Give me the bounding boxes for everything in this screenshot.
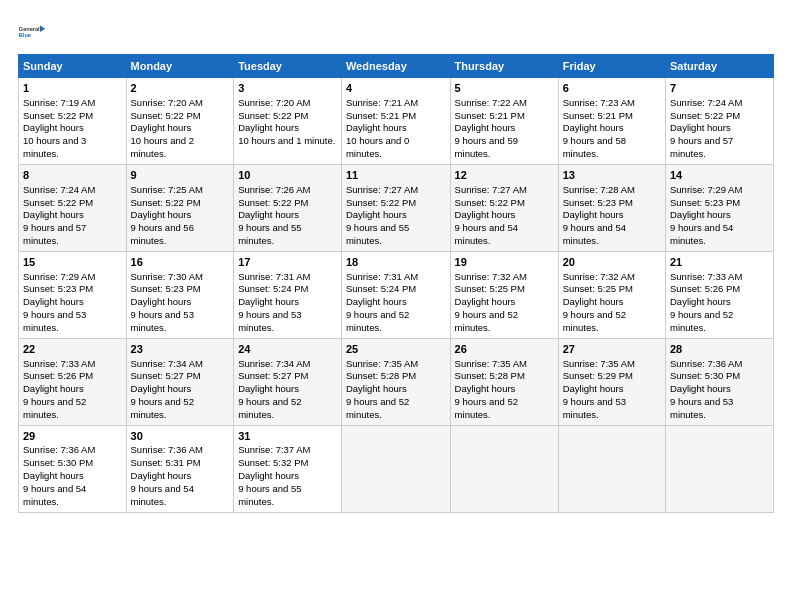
sunset-label: Sunset: 5:23 PM [563,197,633,208]
sunrise-label: Sunrise: 7:27 AM [346,184,418,195]
sunset-label: Sunset: 5:24 PM [346,283,416,294]
daylight-label: Daylight hours [455,209,516,220]
sunset-label: Sunset: 5:27 PM [131,370,201,381]
weekday-header: Thursday [450,55,558,78]
calendar-cell: 4Sunrise: 7:21 AMSunset: 5:21 PMDaylight… [341,78,450,165]
calendar-cell: 6Sunrise: 7:23 AMSunset: 5:21 PMDaylight… [558,78,665,165]
calendar-week-row: 1Sunrise: 7:19 AMSunset: 5:22 PMDaylight… [19,78,774,165]
daylight-label: Daylight hours [563,296,624,307]
day-number: 22 [23,342,122,357]
weekday-header: Sunday [19,55,127,78]
daylight-label: Daylight hours [670,296,731,307]
day-number: 14 [670,168,769,183]
sunrise-label: Sunrise: 7:27 AM [455,184,527,195]
sunrise-label: Sunrise: 7:36 AM [131,444,203,455]
sunrise-label: Sunrise: 7:22 AM [455,97,527,108]
sunrise-label: Sunrise: 7:32 AM [455,271,527,282]
day-number: 3 [238,81,337,96]
calendar-cell: 29Sunrise: 7:36 AMSunset: 5:30 PMDayligh… [19,425,127,512]
daylight-label: Daylight hours [23,383,84,394]
svg-text:General: General [19,26,40,32]
calendar-cell: 26Sunrise: 7:35 AMSunset: 5:28 PMDayligh… [450,338,558,425]
sunset-label: Sunset: 5:30 PM [23,457,93,468]
calendar-cell: 10Sunrise: 7:26 AMSunset: 5:22 PMDayligh… [234,164,342,251]
daylight-label: Daylight hours [455,383,516,394]
daylight-label: Daylight hours [346,296,407,307]
sunrise-label: Sunrise: 7:26 AM [238,184,310,195]
sunset-label: Sunset: 5:21 PM [455,110,525,121]
day-number: 8 [23,168,122,183]
daylight-label: Daylight hours [346,122,407,133]
daylight-duration: 9 hours and 52 minutes. [670,309,733,333]
calendar-cell: 15Sunrise: 7:29 AMSunset: 5:23 PMDayligh… [19,251,127,338]
day-number: 20 [563,255,661,270]
header: GeneralBlue [18,18,774,46]
calendar-cell [558,425,665,512]
sunrise-label: Sunrise: 7:20 AM [238,97,310,108]
daylight-label: Daylight hours [346,383,407,394]
sunrise-label: Sunrise: 7:36 AM [670,358,742,369]
day-number: 23 [131,342,230,357]
day-number: 25 [346,342,446,357]
calendar-cell: 8Sunrise: 7:24 AMSunset: 5:22 PMDaylight… [19,164,127,251]
day-number: 11 [346,168,446,183]
daylight-label: Daylight hours [346,209,407,220]
weekday-header: Saturday [666,55,774,78]
daylight-label: Daylight hours [23,209,84,220]
sunrise-label: Sunrise: 7:28 AM [563,184,635,195]
day-number: 5 [455,81,554,96]
daylight-label: Daylight hours [131,209,192,220]
sunset-label: Sunset: 5:25 PM [455,283,525,294]
sunrise-label: Sunrise: 7:35 AM [346,358,418,369]
sunrise-label: Sunrise: 7:29 AM [23,271,95,282]
daylight-label: Daylight hours [670,209,731,220]
day-number: 19 [455,255,554,270]
day-number: 31 [238,429,337,444]
daylight-label: Daylight hours [455,122,516,133]
day-number: 12 [455,168,554,183]
sunset-label: Sunset: 5:22 PM [238,110,308,121]
sunrise-label: Sunrise: 7:37 AM [238,444,310,455]
daylight-duration: 9 hours and 53 minutes. [131,309,194,333]
daylight-duration: 9 hours and 55 minutes. [346,222,409,246]
sunset-label: Sunset: 5:23 PM [23,283,93,294]
daylight-label: Daylight hours [670,122,731,133]
sunrise-label: Sunrise: 7:35 AM [563,358,635,369]
daylight-duration: 9 hours and 52 minutes. [563,309,626,333]
sunrise-label: Sunrise: 7:36 AM [23,444,95,455]
sunrise-label: Sunrise: 7:29 AM [670,184,742,195]
daylight-label: Daylight hours [563,122,624,133]
daylight-duration: 9 hours and 53 minutes. [238,309,301,333]
calendar-cell: 31Sunrise: 7:37 AMSunset: 5:32 PMDayligh… [234,425,342,512]
sunset-label: Sunset: 5:22 PM [23,197,93,208]
daylight-label: Daylight hours [23,122,84,133]
sunrise-label: Sunrise: 7:31 AM [238,271,310,282]
day-number: 2 [131,81,230,96]
daylight-duration: 9 hours and 53 minutes. [563,396,626,420]
daylight-duration: 9 hours and 54 minutes. [455,222,518,246]
sunset-label: Sunset: 5:26 PM [23,370,93,381]
calendar-cell [450,425,558,512]
day-number: 21 [670,255,769,270]
daylight-label: Daylight hours [670,383,731,394]
svg-text:Blue: Blue [19,32,31,38]
sunset-label: Sunset: 5:31 PM [131,457,201,468]
daylight-label: Daylight hours [563,383,624,394]
logo: GeneralBlue [18,18,46,46]
daylight-duration: 9 hours and 54 minutes. [670,222,733,246]
sunrise-label: Sunrise: 7:33 AM [670,271,742,282]
calendar-week-row: 22Sunrise: 7:33 AMSunset: 5:26 PMDayligh… [19,338,774,425]
sunset-label: Sunset: 5:26 PM [670,283,740,294]
daylight-duration: 9 hours and 58 minutes. [563,135,626,159]
daylight-label: Daylight hours [238,122,299,133]
logo-icon: GeneralBlue [18,18,46,46]
daylight-duration: 9 hours and 52 minutes. [346,309,409,333]
daylight-duration: 10 hours and 3 minutes. [23,135,86,159]
daylight-label: Daylight hours [455,296,516,307]
day-number: 27 [563,342,661,357]
sunrise-label: Sunrise: 7:24 AM [670,97,742,108]
calendar-cell: 18Sunrise: 7:31 AMSunset: 5:24 PMDayligh… [341,251,450,338]
sunrise-label: Sunrise: 7:25 AM [131,184,203,195]
calendar-cell: 28Sunrise: 7:36 AMSunset: 5:30 PMDayligh… [666,338,774,425]
sunset-label: Sunset: 5:22 PM [131,197,201,208]
